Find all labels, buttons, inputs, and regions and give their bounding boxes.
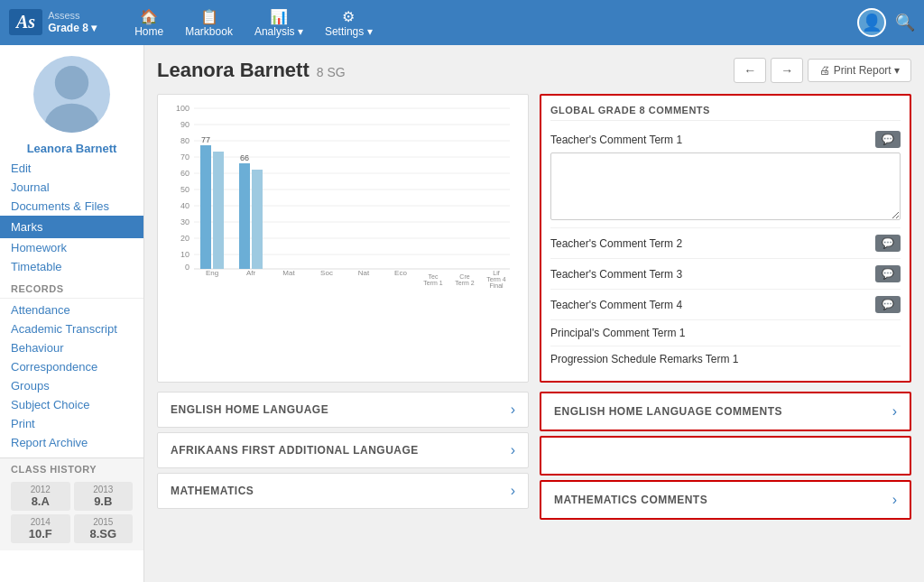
avatar (33, 56, 110, 133)
nav-item-settings[interactable]: ⚙ Settings ▾ (314, 5, 383, 42)
sidebar-item-edit[interactable]: Edit (0, 159, 143, 178)
svg-text:70: 70 (180, 152, 189, 162)
brand-appname: Assess (48, 9, 97, 22)
class-item-2012: 2012 8.A (11, 482, 70, 511)
comment-label-progression: Progression Schedule Remarks Term 1 (550, 353, 739, 365)
user-avatar[interactable]: 👤 (857, 8, 886, 37)
sidebar-item-report-archive[interactable]: Report Archive (0, 433, 143, 452)
class-history-grid: 2012 8.A 2013 9.B 2014 10.F 2015 8.SG (0, 478, 143, 550)
subject-arrow-mathematics: › (511, 483, 515, 499)
comment-label-term3: Teacher's Comment Term 3 (550, 268, 682, 281)
comment-row-principal1: Principal's Comment Term 1 (550, 320, 901, 346)
comment-section-arrow-english: › (892, 403, 897, 420)
comment-icon-btn-term3[interactable]: 💬 (875, 265, 901, 282)
svg-text:30: 30 (180, 217, 189, 226)
student-meta: 8 SG (317, 65, 346, 79)
comment-label-principal1: Principal's Comment Term 1 (550, 327, 685, 339)
comment-sections-list: ENGLISH HOME LANGUAGE COMMENTS › MATHEMA… (540, 392, 911, 520)
subject-row-english[interactable]: ENGLISH HOME LANGUAGE › (157, 392, 529, 428)
content-grid: 100 90 80 70 60 50 40 30 20 10 0 (157, 94, 911, 383)
svg-text:Soc: Soc (320, 269, 333, 277)
svg-text:Term 1: Term 1 (423, 280, 443, 286)
comment-label-term4: Teacher's Comment Term 4 (550, 299, 682, 311)
chart-panel: 100 90 80 70 60 50 40 30 20 10 0 (157, 94, 529, 383)
svg-text:Final: Final (489, 282, 504, 289)
svg-text:10: 10 (180, 250, 189, 259)
analysis-icon: 📊 (270, 8, 288, 25)
comment-section-spacer (540, 436, 911, 476)
nav-item-analysis[interactable]: 📊 Analysis ▾ (244, 5, 314, 42)
comment-section-mathematics[interactable]: MATHEMATICS COMMENTS › (540, 480, 911, 520)
header-actions: ← → 🖨 Print Report ▾ (734, 58, 911, 83)
nav-links: 🏠 Home 📋 Markbook 📊 Analysis ▾ ⚙ Setting… (124, 5, 857, 42)
class-item-2014: 2014 10.F (11, 514, 70, 543)
home-icon: 🏠 (140, 8, 158, 25)
subject-row-mathematics[interactable]: MATHEMATICS › (157, 473, 529, 509)
svg-rect-28 (239, 163, 250, 269)
class-item-2013: 2013 9.B (74, 482, 134, 511)
nav-item-home[interactable]: 🏠 Home (124, 5, 174, 42)
comment-icon-btn-term2[interactable]: 💬 (875, 235, 901, 252)
class-history-section: CLASS HISTORY 2012 8.A 2013 9.B 2014 10.… (0, 457, 143, 550)
class-item-2015: 2015 8.SG (74, 514, 134, 543)
svg-text:Mat: Mat (282, 269, 295, 277)
search-icon[interactable]: 🔍 (895, 13, 915, 32)
svg-point-1 (45, 104, 99, 133)
sidebar: Leanora Barnett Edit Journal Documents &… (0, 45, 144, 582)
sidebar-item-journal[interactable]: Journal (0, 178, 143, 197)
marks-chart: 100 90 80 70 60 50 40 30 20 10 0 (165, 102, 521, 291)
print-report-button[interactable]: 🖨 Print Report ▾ (808, 59, 911, 82)
comment-section-arrow-mathematics: › (892, 492, 897, 508)
comment-row-term1: Teacher's Comment Term 1 💬 (550, 126, 901, 228)
sidebar-item-academic-transcript[interactable]: Academic Transcript (0, 319, 143, 338)
svg-text:Term 4: Term 4 (486, 276, 506, 282)
sidebar-item-homework[interactable]: Homework (0, 238, 143, 257)
student-name: Leanora Barnett (157, 59, 310, 82)
comment-icon-btn-term4[interactable]: 💬 (875, 296, 901, 313)
next-button[interactable]: → (771, 58, 803, 83)
svg-text:40: 40 (180, 201, 189, 210)
svg-text:20: 20 (180, 234, 189, 243)
svg-text:100: 100 (176, 104, 189, 113)
svg-text:Afr: Afr (246, 269, 256, 277)
comment-section-title-english: ENGLISH HOME LANGUAGE COMMENTS (554, 405, 782, 418)
sidebar-item-behaviour[interactable]: Behaviour (0, 338, 143, 357)
sidebar-student-name[interactable]: Leanora Barnett (0, 138, 143, 159)
comment-section-english[interactable]: ENGLISH HOME LANGUAGE COMMENTS › (540, 392, 911, 431)
global-comments-title: GLOBAL GRADE 8 COMMENTS (550, 105, 901, 121)
brand: As Assess Grade 8 ▾ (9, 9, 97, 36)
sidebar-item-groups[interactable]: Groups (0, 376, 143, 395)
prev-button[interactable]: ← (734, 58, 766, 83)
sidebar-item-attendance[interactable]: Attendance (0, 300, 143, 319)
svg-text:90: 90 (180, 120, 189, 129)
comment-section-title-mathematics: MATHEMATICS COMMENTS (554, 494, 707, 506)
subject-name-english: ENGLISH HOME LANGUAGE (171, 403, 328, 416)
sidebar-avatar-section (0, 45, 143, 138)
student-header: Leanora Barnett 8 SG ← → 🖨 Print Report … (157, 58, 911, 83)
sidebar-item-marks[interactable]: Marks (0, 216, 143, 238)
sidebar-item-subject-choice[interactable]: Subject Choice (0, 395, 143, 414)
markbook-icon: 📋 (200, 8, 218, 25)
svg-text:77: 77 (201, 135, 210, 144)
svg-point-0 (55, 66, 88, 99)
svg-text:0: 0 (185, 263, 189, 272)
nav-item-markbook[interactable]: 📋 Markbook (174, 5, 244, 42)
svg-text:50: 50 (180, 185, 189, 194)
brand-grade[interactable]: Grade 8 ▾ (48, 22, 97, 36)
sidebar-item-documents[interactable]: Documents & Files (0, 197, 143, 216)
sidebar-item-print[interactable]: Print (0, 414, 143, 433)
sidebar-item-correspondence[interactable]: Correspondence (0, 357, 143, 376)
bottom-grid: ENGLISH HOME LANGUAGE › AFRIKAANS FIRST … (157, 392, 911, 520)
svg-text:Cre: Cre (459, 273, 469, 280)
sidebar-item-timetable[interactable]: Timetable (0, 257, 143, 276)
svg-text:80: 80 (180, 136, 189, 145)
settings-icon: ⚙ (342, 8, 355, 25)
svg-text:Tec: Tec (429, 273, 439, 280)
svg-text:Eco: Eco (394, 269, 407, 277)
comment-label-term1: Teacher's Comment Term 1 (550, 134, 682, 146)
comment-textarea-term1[interactable] (550, 152, 901, 220)
svg-text:Term 2: Term 2 (455, 280, 475, 286)
subject-row-afrikaans[interactable]: AFRIKAANS FIRST ADDITIONAL LANGUAGE › (157, 432, 529, 468)
svg-text:60: 60 (180, 169, 189, 178)
comment-icon-btn-term1[interactable]: 💬 (875, 131, 901, 148)
